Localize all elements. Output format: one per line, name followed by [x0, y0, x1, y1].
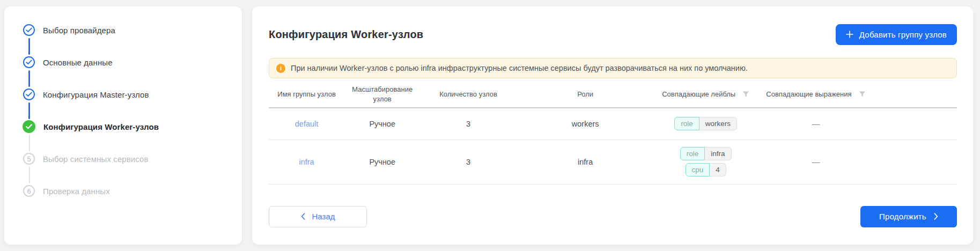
- empty-value-dash: —: [812, 119, 820, 128]
- group-name-link[interactable]: infra: [299, 158, 314, 166]
- step-completed-check-icon: [23, 88, 35, 100]
- label-chip-value: workers: [699, 117, 737, 130]
- table-row-infra: infra Ручное 3 infra role infra cpu: [269, 139, 957, 184]
- add-node-group-button[interactable]: Добавить группу узлов: [836, 24, 957, 45]
- wizard-screen: Выбор провайдера Основные данные Конфигу…: [0, 0, 980, 251]
- stepper-step-worker-config[interactable]: Конфигурация Worker-узлов: [23, 110, 231, 143]
- label-chip-key: cpu: [686, 163, 710, 176]
- node-count-cell: 3: [420, 139, 517, 184]
- step-completed-check-icon: [23, 24, 35, 36]
- stepper-step-provider[interactable]: Выбор провайдера: [23, 14, 231, 46]
- spacer-cell: [874, 108, 957, 139]
- step-completed-check-icon: [23, 56, 35, 68]
- col-header-group-name: Имя группы узлов: [269, 81, 344, 108]
- panel-header: Конфигурация Worker-узлов Добавить групп…: [269, 24, 957, 45]
- chevron-right-icon: [934, 213, 938, 220]
- continue-button-label: Продолжить: [879, 212, 926, 221]
- step-label: Основные данные: [43, 58, 113, 67]
- group-name-cell: default: [269, 108, 344, 139]
- group-name-link[interactable]: default: [295, 120, 319, 128]
- step-label: Конфигурация Master-узлов: [43, 90, 149, 99]
- col-header-node-count: Количество узлов: [420, 81, 517, 108]
- col-header-roles: Роли: [517, 81, 654, 108]
- stepper-step-basic-data[interactable]: Основные данные: [23, 46, 231, 78]
- step-current-check-icon: [23, 120, 35, 133]
- back-button-label: Назад: [312, 212, 335, 221]
- step-label: Выбор системных сервисов: [43, 154, 149, 164]
- step-number-badge: 5: [23, 153, 35, 165]
- matching-labels-cell: role infra cpu 4: [654, 139, 757, 184]
- matching-expressions-cell: —: [757, 108, 874, 139]
- col-header-matching-expressions-text: Совпадающие выражения: [766, 90, 851, 99]
- group-name-cell: infra: [269, 139, 344, 184]
- col-header-scaling: Масштабирование узлов: [344, 81, 420, 108]
- add-node-group-label: Добавить группу узлов: [859, 30, 947, 39]
- label-chip: role workers: [674, 117, 737, 130]
- filter-icon[interactable]: [742, 91, 749, 98]
- table-header-row: Имя группы узлов Масштабирование узлов К…: [269, 81, 957, 108]
- roles-cell: infra: [517, 139, 654, 184]
- worker-config-panel: Конфигурация Worker-узлов Добавить групп…: [252, 6, 973, 245]
- col-header-spacer: [874, 81, 957, 108]
- step-label: Выбор провайдера: [43, 26, 115, 35]
- scaling-cell: Ручное: [344, 108, 420, 139]
- info-banner-text: При наличии Worker-узлов с ролью infra и…: [291, 64, 748, 72]
- matching-expressions-cell: —: [757, 139, 874, 184]
- page-title: Конфигурация Worker-узлов: [269, 28, 423, 41]
- col-header-matching-labels: Совпадающие лейблы: [654, 81, 757, 108]
- label-chip: cpu 4: [686, 163, 726, 176]
- label-chip: role infra: [680, 147, 732, 160]
- info-banner: i При наличии Worker-узлов с ролью infra…: [269, 58, 957, 78]
- step-number-badge: 6: [23, 185, 35, 197]
- matching-labels-cell: role workers: [654, 108, 757, 139]
- table-row-default: default Ручное 3 workers role workers: [269, 108, 957, 139]
- stepper-sidebar: Выбор провайдера Основные данные Конфигу…: [4, 6, 242, 245]
- step-label: Проверка данных: [43, 187, 110, 196]
- info-icon: i: [276, 64, 285, 73]
- stepper-step-data-review[interactable]: 6 Проверка данных: [23, 175, 231, 207]
- col-header-matching-expressions: Совпадающие выражения: [757, 81, 874, 108]
- label-chip-key: role: [674, 117, 699, 130]
- label-chip-key: role: [680, 147, 705, 160]
- spacer-cell: [874, 139, 957, 184]
- node-count-cell: 3: [420, 108, 517, 139]
- roles-cell: workers: [517, 108, 654, 139]
- filter-icon[interactable]: [859, 91, 866, 98]
- col-header-matching-labels-text: Совпадающие лейблы: [662, 90, 735, 99]
- back-button[interactable]: Назад: [269, 206, 367, 227]
- stepper-step-system-services[interactable]: 5 Выбор системных сервисов: [23, 143, 231, 175]
- label-chip-value: infra: [705, 147, 731, 160]
- step-label: Конфигурация Worker-узлов: [43, 122, 159, 131]
- stepper-step-master-config[interactable]: Конфигурация Master-узлов: [23, 78, 231, 110]
- empty-value-dash: —: [812, 157, 820, 166]
- scaling-cell: Ручное: [344, 139, 420, 184]
- node-groups-table: Имя группы узлов Масштабирование узлов К…: [269, 81, 957, 184]
- continue-button[interactable]: Продолжить: [860, 206, 957, 227]
- wizard-footer: Назад Продолжить: [269, 206, 957, 227]
- plus-icon: [846, 31, 853, 38]
- chevron-left-icon: [301, 213, 305, 220]
- label-chip-value: 4: [710, 163, 726, 176]
